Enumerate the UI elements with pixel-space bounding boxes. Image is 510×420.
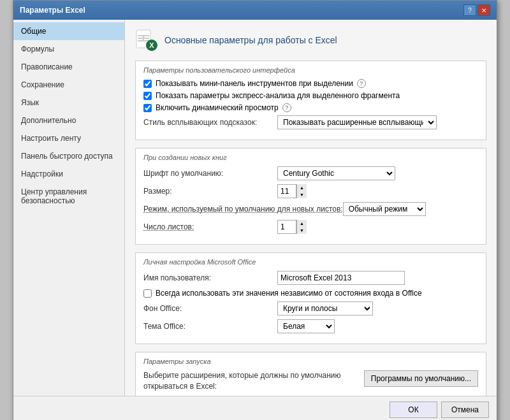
sheets-control: ▲ ▼ <box>277 220 307 234</box>
tooltip-style-row: Стиль всплывающих подсказок: Показывать … <box>143 115 478 129</box>
checkbox-row-1: Показывать мини-панель инструментов при … <box>143 79 478 88</box>
startup-desc: Выберите расширения, которые должны по у… <box>143 370 358 392</box>
excel-icon: X <box>135 29 158 52</box>
sidebar-item-formulas[interactable]: Формулы <box>13 40 124 58</box>
close-button[interactable]: ✕ <box>477 4 490 16</box>
office-title: Личная настройка Microsoft Office <box>143 258 478 266</box>
mode-select[interactable]: Обычный режим <box>343 202 426 216</box>
excel-options-dialog: Параметры Excel ? ✕ Общие Формулы Правоп… <box>13 0 497 420</box>
size-control: ▲ ▼ <box>277 184 307 198</box>
theme-control: Белая <box>277 319 335 333</box>
bg-row: Фон Office: Круги и полосы <box>143 301 478 315</box>
sidebar-item-spelling[interactable]: Правописание <box>13 58 124 76</box>
size-down-btn[interactable]: ▼ <box>296 191 307 198</box>
sidebar-item-save[interactable]: Сохранение <box>13 76 124 94</box>
sidebar: Общие Формулы Правописание Сохранение Яз… <box>13 20 125 396</box>
help-button[interactable]: ? <box>463 4 476 16</box>
tooltip-style-control: Показывать расширенные всплывающие подск… <box>277 115 437 129</box>
title-bar-buttons: ? ✕ <box>463 4 490 16</box>
font-row: Шрифт по умолчанию: Century Gothic <box>143 166 478 180</box>
bg-select[interactable]: Круги и полосы <box>277 301 373 315</box>
startup-title: Параметры запуска <box>143 358 478 365</box>
font-label: Шрифт по умолчанию: <box>143 169 277 178</box>
tooltip-icon-1: ? <box>357 79 366 88</box>
mode-control: Обычный режим <box>343 202 426 216</box>
checkbox-mini-toolbar-label: Показывать мини-панель инструментов при … <box>156 79 353 88</box>
checkbox-row-2: Показать параметры экспресс-анализа для … <box>143 91 478 100</box>
checkbox-row-3: Включить динамический просмотр ? <box>143 103 478 112</box>
content-header: X Основные параметры для работы с Excel <box>135 29 486 52</box>
ui-params-section: Параметры пользовательского интерфейса П… <box>135 61 486 140</box>
theme-row: Тема Office: Белая <box>143 319 478 333</box>
sheets-label: Число листов: <box>143 222 277 231</box>
bg-label: Фон Office: <box>143 304 277 313</box>
checkbox-quick-analysis[interactable] <box>143 92 152 100</box>
sheets-up-btn[interactable]: ▲ <box>296 220 307 227</box>
size-input[interactable] <box>277 184 296 198</box>
always-checkbox-row: Всегда использовать эти значения независ… <box>143 289 478 298</box>
dialog-title: Параметры Excel <box>20 6 85 15</box>
sidebar-item-qat[interactable]: Панель быстрого доступа <box>13 147 124 165</box>
title-bar: Параметры Excel ? ✕ <box>13 1 497 20</box>
svg-text:X: X <box>149 41 154 49</box>
username-row: Имя пользователя: <box>143 271 478 285</box>
theme-select[interactable]: Белая <box>277 319 335 333</box>
office-section: Личная настройка Microsoft Office Имя по… <box>135 252 486 344</box>
size-spinner-btns: ▲ ▼ <box>296 184 307 198</box>
mode-label: Режим, используемый по умолчанию для нов… <box>143 205 343 214</box>
svg-rect-4 <box>143 35 144 41</box>
checkbox-live-preview-label: Включить динамический просмотр <box>156 103 279 112</box>
sidebar-item-language[interactable]: Язык <box>13 94 124 112</box>
always-checkbox-label: Всегда использовать эти значения независ… <box>156 289 422 298</box>
checkbox-live-preview[interactable] <box>143 104 152 112</box>
sidebar-item-trust-center[interactable]: Центр управления безопасностью <box>13 183 124 210</box>
content-area: X Основные параметры для работы с Excel … <box>125 20 497 396</box>
ok-button[interactable]: ОК <box>390 402 437 418</box>
font-select[interactable]: Century Gothic <box>277 166 395 180</box>
dialog-body: Общие Формулы Правописание Сохранение Яз… <box>13 20 497 396</box>
always-checkbox[interactable] <box>143 289 152 298</box>
sidebar-item-advanced[interactable]: Дополнительно <box>13 112 124 129</box>
startup-section: Параметры запуска Выберите расширения, к… <box>135 352 486 396</box>
new-books-title: При создании новых книг <box>143 154 478 161</box>
tooltip-style-label: Стиль всплывающих подсказок: <box>143 118 277 127</box>
new-books-section: При создании новых книг Шрифт по умолчан… <box>135 148 486 245</box>
size-spinner: ▲ ▼ <box>277 184 307 198</box>
dialog-footer: ОК Отмена <box>13 396 497 420</box>
sidebar-item-addins[interactable]: Надстройки <box>13 165 124 183</box>
default-programs-button[interactable]: Программы по умолчанию... <box>364 370 478 387</box>
username-control <box>277 271 405 285</box>
tooltip-icon-2: ? <box>282 103 291 112</box>
font-control: Century Gothic <box>277 166 395 180</box>
mode-row: Режим, используемый по умолчанию для нов… <box>143 202 478 216</box>
username-label: Имя пользователя: <box>143 273 277 282</box>
sheets-down-btn[interactable]: ▼ <box>296 227 307 234</box>
size-label: Размер: <box>143 187 277 196</box>
sheets-row: Число листов: ▲ ▼ <box>143 220 478 234</box>
bg-control: Круги и полосы <box>277 301 373 315</box>
sheets-input[interactable] <box>277 220 296 234</box>
checkbox-mini-toolbar[interactable] <box>143 80 152 88</box>
checkbox-quick-analysis-label: Показать параметры экспресс-анализа для … <box>156 91 400 100</box>
username-input[interactable] <box>277 271 405 285</box>
cancel-button[interactable]: Отмена <box>441 402 489 418</box>
sheets-spinner-btns: ▲ ▼ <box>296 220 307 234</box>
sidebar-item-general[interactable]: Общие <box>13 22 124 40</box>
content-header-title: Основные параметры для работы с Excel <box>164 35 337 45</box>
ui-params-title: Параметры пользовательского интерфейса <box>143 66 478 74</box>
sheets-spinner: ▲ ▼ <box>277 220 307 234</box>
tooltip-style-select[interactable]: Показывать расширенные всплывающие подск… <box>277 115 437 129</box>
sidebar-item-ribbon[interactable]: Настроить ленту <box>13 129 124 147</box>
size-up-btn[interactable]: ▲ <box>296 184 307 191</box>
theme-label: Тема Office: <box>143 322 277 331</box>
size-row: Размер: ▲ ▼ <box>143 184 478 198</box>
